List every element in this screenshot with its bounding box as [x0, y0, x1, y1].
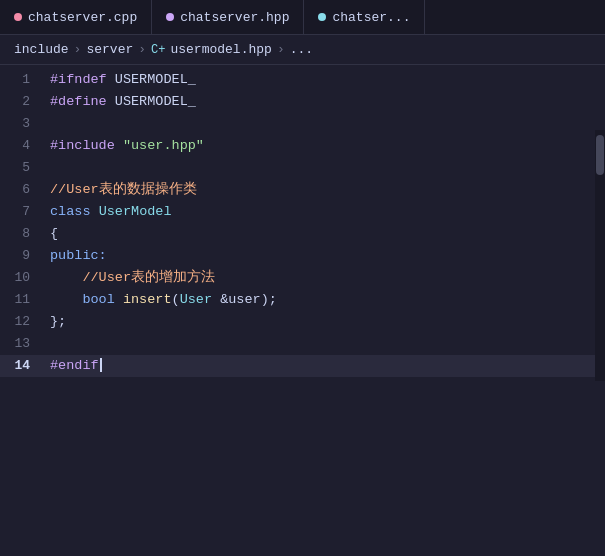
- code-line-4: 4 #include "user.hpp": [0, 135, 605, 157]
- line-number-12: 12: [0, 311, 50, 333]
- tab-dot-cyan: [318, 13, 326, 21]
- line-content-10: //User表的增加方法: [50, 267, 605, 289]
- line-number-6: 6: [0, 179, 50, 201]
- tab-chatserver-cpp[interactable]: chatserver.cpp: [0, 0, 152, 34]
- line-number-4: 4: [0, 135, 50, 157]
- line-content-11: bool insert(User &user);: [50, 289, 605, 311]
- breadcrumb-server[interactable]: server: [86, 42, 133, 57]
- line-number-2: 2: [0, 91, 50, 113]
- code-line-8: 8 {: [0, 223, 605, 245]
- code-area: 1 #ifndef USERMODEL_ 2 #define USERMODEL…: [0, 65, 605, 381]
- code-line-13: 13: [0, 333, 605, 355]
- code-line-11: 11 bool insert(User &user);: [0, 289, 605, 311]
- breadcrumb-file[interactable]: usermodel.hpp: [170, 42, 271, 57]
- line-content-9: public:: [50, 245, 605, 267]
- scrollbar-track[interactable]: [595, 130, 605, 381]
- breadcrumb-sep-1: ›: [74, 42, 82, 57]
- code-line-5: 5: [0, 157, 605, 179]
- line-content-14: #endif: [50, 355, 605, 377]
- line-number-5: 5: [0, 157, 50, 179]
- line-number-14: 14: [0, 355, 50, 377]
- code-line-6: 6 //User表的数据操作类: [0, 179, 605, 201]
- line-content-7: class UserModel: [50, 201, 605, 223]
- line-number-1: 1: [0, 69, 50, 91]
- tab-dot-pink: [14, 13, 22, 21]
- scrollbar-thumb[interactable]: [596, 135, 604, 175]
- code-line-9: 9 public:: [0, 245, 605, 267]
- line-number-9: 9: [0, 245, 50, 267]
- line-number-3: 3: [0, 113, 50, 135]
- breadcrumb: include › server › C+ usermodel.hpp › ..…: [0, 35, 605, 65]
- line-number-7: 7: [0, 201, 50, 223]
- code-line-2: 2 #define USERMODEL_: [0, 91, 605, 113]
- tab-label-partial: chatser...: [332, 10, 410, 25]
- line-content-12: };: [50, 311, 605, 333]
- code-line-14: 14 #endif: [0, 355, 605, 377]
- line-content-2: #define USERMODEL_: [50, 91, 605, 113]
- line-number-10: 10: [0, 267, 50, 289]
- code-line-3: 3: [0, 113, 605, 135]
- line-content-6: //User表的数据操作类: [50, 179, 605, 201]
- tab-label-hpp: chatserver.hpp: [180, 10, 289, 25]
- tab-chatser-partial[interactable]: chatser...: [304, 0, 425, 34]
- code-line-12: 12 };: [0, 311, 605, 333]
- line-content-1: #ifndef USERMODEL_: [50, 69, 605, 91]
- breadcrumb-more[interactable]: ...: [290, 42, 313, 57]
- line-content-8: {: [50, 223, 605, 245]
- breadcrumb-sep-3: ›: [277, 42, 285, 57]
- line-content-4: #include "user.hpp": [50, 135, 605, 157]
- tab-dot-purple: [166, 13, 174, 21]
- code-line-1: 1 #ifndef USERMODEL_: [0, 69, 605, 91]
- code-line-7: 7 class UserModel: [0, 201, 605, 223]
- file-type-icon: C+: [151, 43, 165, 57]
- breadcrumb-sep-2: ›: [138, 42, 146, 57]
- tab-chatserver-hpp[interactable]: chatserver.hpp: [152, 0, 304, 34]
- tab-label-cpp: chatserver.cpp: [28, 10, 137, 25]
- line-number-11: 11: [0, 289, 50, 311]
- line-number-8: 8: [0, 223, 50, 245]
- code-line-10: 10 //User表的增加方法: [0, 267, 605, 289]
- line-number-13: 13: [0, 333, 50, 355]
- breadcrumb-include[interactable]: include: [14, 42, 69, 57]
- text-cursor: [100, 358, 102, 372]
- tab-bar: chatserver.cpp chatserver.hpp chatser...: [0, 0, 605, 35]
